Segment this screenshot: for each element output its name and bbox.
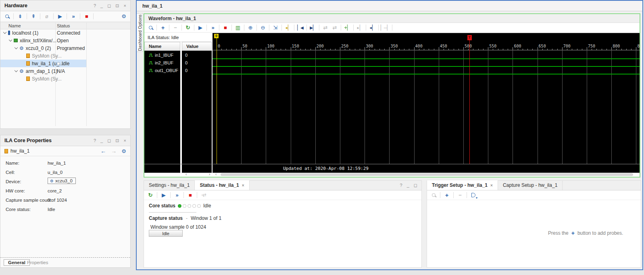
waveform-canvas[interactable]: Updated at: 2020-Apr-08 12:59:29 0501001… [213, 33, 640, 173]
expand-all-icon[interactable]: ⇞ [29, 13, 38, 20]
help-button[interactable]: ? [400, 183, 402, 188]
scroll-right-arrow[interactable]: › [209, 173, 210, 176]
maximize-button[interactable]: ◻ [107, 138, 111, 143]
tree-row-device[interactable]: ⚙ xczu3_0 (2) Programmed [0, 44, 86, 52]
run-trigger-icon[interactable]: ▶ [56, 13, 64, 20]
tab-settings-hw-ila-1[interactable]: Settings - hw_ila_1 [144, 180, 195, 190]
tree-row-sysmon-2[interactable]: SysMon (Sy... [0, 75, 86, 83]
maximize-button[interactable]: ◻ [107, 3, 111, 8]
ruler-tick [562, 47, 563, 50]
zoom-fit-icon[interactable]: ⇲ [271, 24, 279, 31]
stop-icon[interactable]: ■ [83, 13, 91, 20]
help-button[interactable]: ? [94, 138, 96, 143]
horizontal-scrollbar-thumb[interactable] [221, 173, 633, 176]
goto-trigger-icon[interactable]: ◂▏ [284, 24, 292, 31]
tab-properties[interactable]: Properties [27, 260, 48, 265]
ruler-minor-tick [296, 49, 296, 50]
goto-end-icon[interactable]: ▶▏ [309, 24, 317, 31]
tree-row-hw-ila-1[interactable]: hw_ila_1 (u_... Idle [0, 60, 86, 67]
core-icon [4, 149, 8, 153]
cursor-flag[interactable]: 0 [214, 34, 219, 38]
tab-capture-setup[interactable]: Capture Setup - hw_ila_1 [498, 180, 563, 190]
trigger-flag[interactable]: T [467, 35, 472, 40]
add-probe-icon[interactable]: + [159, 24, 167, 31]
ruler-minor-tick [379, 49, 380, 50]
export-icon[interactable]: ▥ [234, 24, 242, 31]
goto-start-icon[interactable]: ▏◀ [296, 24, 304, 31]
capture-status-label: Capture status [149, 215, 183, 221]
close-icon[interactable]: × [242, 183, 244, 188]
tree-row-target[interactable]: xilinx_tcf/Xilinx/... Open [0, 37, 86, 44]
tab-status-hw-ila-1[interactable]: Status - hw_ila_1 × [195, 180, 249, 190]
dashboard-options-tab[interactable]: Dashboard Options [137, 13, 143, 52]
add-probe-icon[interactable]: + [443, 192, 451, 199]
maximize-button[interactable]: ◻ [414, 183, 417, 188]
refresh-icon[interactable]: ↻ [184, 24, 192, 31]
close-button[interactable]: × [124, 138, 126, 143]
chevron-down-icon[interactable] [15, 69, 18, 72]
search-icon[interactable] [146, 24, 154, 31]
column-status[interactable]: Status [57, 23, 70, 28]
help-button[interactable]: ? [94, 3, 96, 8]
prop-label: Name: [6, 161, 19, 165]
run-trigger-icon[interactable]: ▶ [160, 192, 168, 199]
minimize-button[interactable]: _ [100, 3, 103, 8]
tab-hw-ila-1[interactable]: hw_ila_1 [142, 3, 163, 9]
refresh-icon[interactable]: ↻ [146, 192, 154, 199]
column-header-value[interactable]: Value [182, 42, 212, 51]
add-marker-icon[interactable]: +▏ [343, 24, 351, 31]
gridline [636, 50, 636, 164]
column-header-name[interactable]: Name [144, 42, 180, 51]
minimize-button[interactable]: _ [100, 138, 103, 143]
scroll-left-arrow[interactable]: ‹ [185, 173, 187, 176]
gridline [488, 50, 488, 164]
ruler-minor-tick [621, 49, 622, 50]
stop-icon[interactable]: ■ [186, 192, 194, 199]
run-all-icon[interactable]: » [209, 24, 217, 31]
status-dot [192, 204, 196, 208]
run-trigger-icon[interactable]: ▶ [196, 24, 204, 31]
back-arrow-icon[interactable]: ← [100, 148, 106, 154]
run-all-icon[interactable]: » [173, 192, 181, 199]
scroll-left-arrow[interactable]: ‹ [215, 173, 217, 176]
ruler-tick-label: 50 [242, 44, 247, 48]
ruler-minor-tick [355, 49, 355, 50]
ruler-minor-tick [498, 49, 498, 50]
gate-condition-icon[interactable] [469, 192, 477, 199]
ruler-tick-label: 150 [292, 44, 299, 48]
minimize-button[interactable]: _ [407, 183, 409, 188]
signal-row-in2[interactable]: in2_IBUF [144, 59, 180, 66]
tab-general[interactable]: General [4, 259, 30, 266]
ruler-minor-tick [384, 49, 385, 50]
close-icon[interactable]: × [490, 183, 493, 188]
search-icon[interactable] [3, 13, 11, 20]
chevron-down-icon[interactable] [15, 46, 18, 49]
float-button[interactable]: ⊡ [115, 138, 119, 143]
gear-icon[interactable]: ⚙ [121, 148, 126, 154]
gear-icon[interactable]: ⚙ [120, 13, 128, 20]
ruler-minor-tick [221, 49, 222, 50]
gridline [439, 50, 439, 164]
close-button[interactable]: × [124, 3, 126, 8]
add-probe-icon[interactable]: + [571, 230, 575, 236]
device-link[interactable]: ⚙ xczu3_0 [48, 178, 76, 184]
signal-row-in1[interactable]: in1_IBUF [144, 51, 180, 59]
tab-trigger-setup[interactable]: Trigger Setup - hw_ila_1 × [427, 180, 498, 190]
tree-row-localhost[interactable]: localhost (1) Connected [0, 29, 86, 37]
run-all-icon[interactable]: » [69, 13, 77, 20]
float-button[interactable]: ⊡ [115, 3, 119, 8]
tree-row-arm-dap[interactable]: ⚙ arm_dap_1 (1) N/A [0, 67, 86, 75]
signal-row-out1[interactable]: out1_OBUF [144, 66, 180, 74]
zoom-in-icon[interactable]: ⊕ [246, 24, 254, 31]
chevron-down-icon[interactable] [3, 31, 6, 34]
hardware-grid-header: Name Status [0, 22, 130, 29]
zoom-out-icon[interactable]: ⊖ [259, 24, 267, 31]
swap-next-icon: ⇄ [331, 24, 339, 31]
tree-row-sysmon[interactable]: SysMon (Sy... [0, 52, 86, 60]
stop-icon[interactable]: ■ [221, 24, 229, 31]
ruler-tick-label: 750 [588, 44, 595, 48]
column-name[interactable]: Name [8, 23, 21, 28]
collapse-all-icon[interactable]: ⇟ [16, 13, 24, 20]
next-marker-icon[interactable]: ◂▏ [368, 24, 376, 31]
chevron-down-icon[interactable] [9, 38, 12, 41]
